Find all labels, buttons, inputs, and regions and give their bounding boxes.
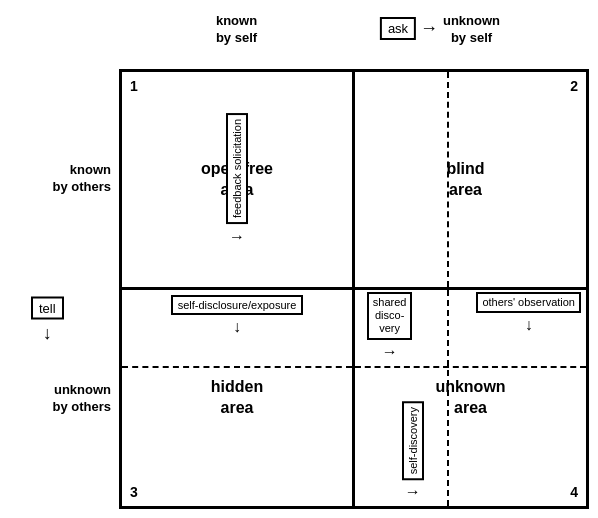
- cell-blind-area: 2 blindarea: [354, 71, 587, 289]
- top-labels: knownby self unknownby self: [119, 9, 589, 69]
- cell-2-number: 2: [570, 78, 578, 94]
- shared-discovery-box: shareddisco-very: [367, 292, 413, 340]
- cell-1-number: 1: [130, 78, 138, 94]
- tell-arrow-down: ↓: [43, 324, 52, 342]
- self-discovery-group: self-discovery →: [402, 401, 424, 501]
- dashed-horizontal-4: [355, 366, 586, 368]
- dashed-horizontal: [122, 366, 352, 368]
- feedback-label-box: feedback solicitation: [226, 113, 248, 224]
- self-disclosure-arrow: ↓: [233, 318, 241, 336]
- others-observation-group: others' observation ↓: [476, 292, 581, 334]
- johari-grid: 1 open/freearea feedback solicitation → …: [119, 69, 589, 509]
- cell-unknown-area: 4 unknownarea shareddisco-very → others'…: [354, 289, 587, 507]
- cell-2-content: blindarea: [355, 72, 586, 287]
- cell-hidden-area: 3 hiddenarea self-disclosure/exposure ↓: [121, 289, 354, 507]
- feedback-solicitation-group: feedback solicitation →: [222, 72, 252, 287]
- tell-arrow-group: tell ↓: [31, 297, 64, 342]
- label-known-others: knownby others: [9, 69, 119, 289]
- ask-arrow-group: ask →: [380, 17, 438, 40]
- cell-3-number: 3: [130, 484, 138, 500]
- self-disclosure-box: self-disclosure/exposure: [171, 295, 304, 315]
- ask-box: ask: [380, 17, 416, 40]
- feedback-arrow: →: [229, 228, 245, 246]
- cell-open-area: 1 open/freearea feedback solicitation →: [121, 71, 354, 289]
- ask-arrow-right: →: [420, 18, 438, 39]
- others-obs-arrow: ↓: [525, 316, 533, 334]
- shared-discovery-arrow: →: [382, 343, 398, 361]
- others-obs-box: others' observation: [476, 292, 581, 313]
- tell-box: tell: [31, 297, 64, 320]
- self-discovery-arrow: →: [405, 483, 421, 501]
- shared-discovery-group: shareddisco-very →: [360, 292, 420, 361]
- left-labels: knownby others unknownby others: [9, 69, 119, 509]
- label-known-self: knownby self: [119, 9, 354, 69]
- johari-window: knownby self unknownby self ask → knownb…: [9, 9, 589, 509]
- self-disclosure-group: self-disclosure/exposure ↓: [122, 295, 352, 336]
- dashed-vertical-bottom: [447, 290, 449, 506]
- dashed-vertical-top: [447, 72, 449, 287]
- self-discovery-box: self-discovery: [402, 401, 424, 480]
- label-unknown-others: unknownby others: [9, 289, 119, 509]
- cell-4-number: 4: [570, 484, 578, 500]
